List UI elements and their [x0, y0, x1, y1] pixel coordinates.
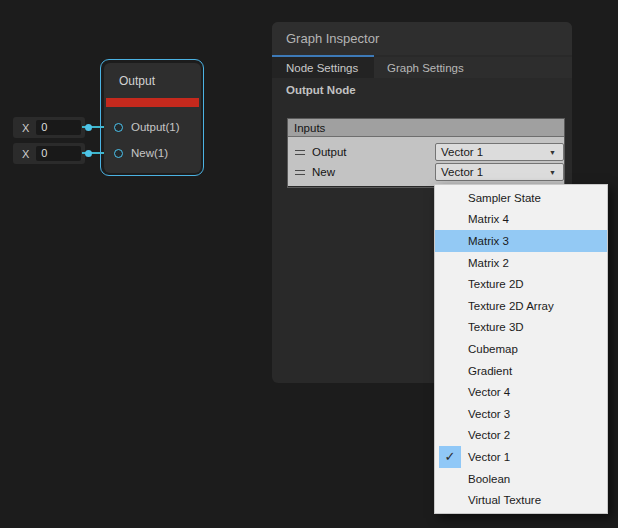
axis-label-x: X [22, 122, 29, 134]
section-title-output-node: Output Node [286, 84, 356, 96]
menu-item-virtual-texture[interactable]: Virtual Texture [435, 489, 607, 511]
chevron-down-icon: ▼ [549, 169, 556, 176]
menu-item-sampler-state[interactable]: Sampler State [435, 187, 607, 209]
tab-bar: Node Settings Graph Settings [272, 57, 572, 78]
edge-dot-new [85, 150, 92, 157]
input-row-new[interactable]: New Vector 1 ▼ [288, 162, 564, 182]
type-dropdown-output[interactable]: Vector 1 ▼ [435, 143, 564, 161]
checkmark-icon: ✓ [439, 446, 461, 468]
menu-item-matrix-3[interactable]: Matrix 3 [435, 230, 607, 252]
port-label-output: Output(1) [131, 121, 180, 133]
axis-label-x: X [22, 148, 29, 160]
menu-item-label: Vector 1 [468, 451, 510, 463]
node-title: Output [104, 63, 201, 88]
value-field-new[interactable]: 0 [36, 146, 81, 161]
value-field-output[interactable]: 0 [36, 120, 81, 135]
inputs-list-header: Inputs [288, 119, 564, 137]
edge-dot-output [85, 124, 92, 131]
input-field-x-new[interactable]: X 0 [13, 143, 85, 164]
drag-handle-icon[interactable] [295, 150, 305, 155]
tab-node-settings[interactable]: Node Settings [272, 57, 374, 78]
menu-item-vector-4[interactable]: Vector 4 [435, 381, 607, 403]
menu-item-cubemap[interactable]: Cubemap [435, 338, 607, 360]
input-row-output[interactable]: Output Vector 1 ▼ [288, 142, 564, 162]
inputs-list-body: Output Vector 1 ▼ New Vector 1 ▼ [288, 137, 564, 186]
menu-item-vector-3[interactable]: Vector 3 [435, 403, 607, 425]
node-color-bar [106, 98, 199, 107]
menu-item-texture-3d[interactable]: Texture 3D [435, 317, 607, 339]
port-new-icon[interactable] [114, 149, 123, 158]
type-dropdown-new[interactable]: Vector 1 ▼ [435, 163, 564, 181]
menu-item-gradient[interactable]: Gradient [435, 360, 607, 382]
drag-handle-icon[interactable] [295, 170, 305, 175]
menu-item-texture-2d-array[interactable]: Texture 2D Array [435, 295, 607, 317]
type-dropdown-menu: Sampler State Matrix 4 Matrix 3 Matrix 2… [434, 184, 608, 514]
menu-item-texture-2d[interactable]: Texture 2D [435, 273, 607, 295]
menu-item-vector-2[interactable]: Vector 2 [435, 425, 607, 447]
chevron-down-icon: ▼ [549, 149, 556, 156]
panel-title: Graph Inspector [272, 22, 572, 55]
input-row-label: New [312, 166, 335, 178]
menu-item-matrix-2[interactable]: Matrix 2 [435, 252, 607, 274]
port-label-new: New(1) [131, 147, 168, 159]
tab-graph-settings[interactable]: Graph Settings [374, 57, 464, 78]
dropdown-value: Vector 1 [441, 146, 483, 158]
input-field-x-output[interactable]: X 0 [13, 117, 85, 138]
menu-item-vector-1[interactable]: ✓ Vector 1 [435, 446, 607, 468]
port-output-icon[interactable] [114, 123, 123, 132]
menu-item-boolean[interactable]: Boolean [435, 468, 607, 490]
menu-item-matrix-4[interactable]: Matrix 4 [435, 209, 607, 231]
dropdown-value: Vector 1 [441, 166, 483, 178]
input-row-label: Output [312, 146, 347, 158]
inputs-list: Inputs Output Vector 1 ▼ New Vector 1 ▼ [287, 118, 565, 188]
